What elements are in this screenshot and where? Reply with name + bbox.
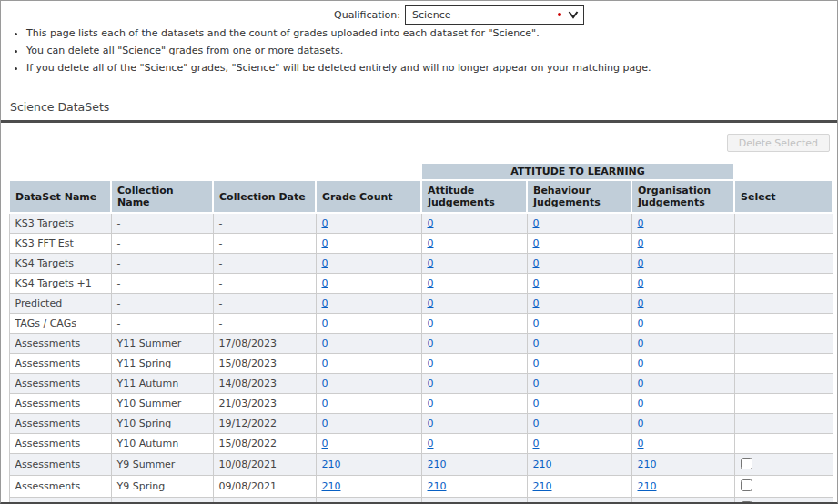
organisation-judgements-link[interactable]: 0 xyxy=(638,257,644,269)
grade-count-cell: 0 xyxy=(316,433,421,453)
grade-count-link[interactable]: 0 xyxy=(322,257,328,269)
grade-count-cell: 210 xyxy=(316,453,421,475)
behaviour-judgements-cell: 210 xyxy=(527,475,631,497)
collection-name-cell: Y10 Spring xyxy=(111,413,213,433)
organisation-judgements-link[interactable]: 0 xyxy=(638,297,644,309)
attitude-judgements-link[interactable]: 0 xyxy=(428,338,434,349)
grade-count-link[interactable]: 0 xyxy=(322,358,328,369)
attitude-judgements-cell: 0 xyxy=(421,233,527,253)
grade-count-link[interactable]: 0 xyxy=(322,438,328,449)
col-header-grade-count: Grade Count xyxy=(316,180,421,213)
organisation-judgements-link[interactable]: 0 xyxy=(638,438,644,449)
select-cell xyxy=(734,393,833,413)
attitude-judgements-cell: 210 xyxy=(421,453,527,475)
grade-count-cell: 0 xyxy=(316,373,421,393)
dataset-name-cell: Assessments xyxy=(9,413,111,433)
attitude-judgements-link[interactable]: 0 xyxy=(428,237,434,249)
attitude-judgements-cell: 0 xyxy=(421,253,527,273)
attitude-judgements-cell: 210 xyxy=(421,497,527,504)
behaviour-judgements-link[interactable]: 0 xyxy=(533,398,540,409)
grade-count-link[interactable]: 0 xyxy=(322,418,328,429)
behaviour-judgements-link[interactable]: 0 xyxy=(533,217,540,229)
behaviour-judgements-link[interactable]: 0 xyxy=(533,338,540,349)
grade-count-link[interactable]: 0 xyxy=(322,297,328,309)
dataset-name-cell: Assessments xyxy=(9,333,111,353)
behaviour-judgements-link[interactable]: 0 xyxy=(533,257,540,269)
behaviour-judgements-cell: 210 xyxy=(527,497,631,504)
behaviour-judgements-link[interactable]: 0 xyxy=(533,418,540,429)
select-cell xyxy=(734,273,833,293)
behaviour-judgements-link[interactable]: 0 xyxy=(533,237,540,249)
collection-date-cell: 15/08/2023 xyxy=(213,353,316,373)
note-item: This page lists each of the datasets and… xyxy=(26,27,837,39)
chevron-down-icon xyxy=(568,11,579,19)
behaviour-judgements-link[interactable]: 0 xyxy=(533,438,540,449)
behaviour-judgements-link[interactable]: 210 xyxy=(533,480,552,492)
attitude-judgements-link[interactable]: 0 xyxy=(428,257,434,269)
table-row: Assessments Y10 Autumn 15/08/2022 0 0 0 … xyxy=(9,433,833,453)
attitude-judgements-link[interactable]: 0 xyxy=(428,378,434,389)
organisation-judgements-link[interactable]: 0 xyxy=(638,418,644,429)
organisation-judgements-link[interactable]: 0 xyxy=(638,217,644,229)
col-header-collection-name: Collection Name xyxy=(111,180,213,213)
col-header-attitude-judgements: Attitude Judgements xyxy=(421,180,527,213)
organisation-judgements-link[interactable]: 0 xyxy=(638,237,644,249)
organisation-judgements-link[interactable]: 0 xyxy=(638,398,644,409)
attitude-to-learning-banner: ATTITUDE TO LEARNING xyxy=(421,163,734,180)
table-row: Assessments Y9 Spring 09/08/2021 210 210… xyxy=(9,475,833,497)
dataset-name-cell: Assessments xyxy=(9,475,111,497)
qualification-select[interactable]: Science xyxy=(405,5,584,25)
dataset-name-cell: Assessments xyxy=(9,373,111,393)
grade-count-link[interactable]: 0 xyxy=(322,398,328,409)
select-checkbox[interactable] xyxy=(741,458,752,469)
attitude-judgements-link[interactable]: 0 xyxy=(428,297,434,309)
grade-count-link[interactable]: 0 xyxy=(322,338,328,349)
organisation-judgements-link[interactable]: 0 xyxy=(638,358,644,369)
behaviour-judgements-link[interactable]: 0 xyxy=(533,297,540,309)
organisation-judgements-cell: 0 xyxy=(631,433,734,453)
organisation-judgements-link[interactable]: 0 xyxy=(638,277,644,289)
organisation-judgements-link[interactable]: 210 xyxy=(638,480,657,492)
select-cell xyxy=(734,373,833,393)
organisation-judgements-cell: 0 xyxy=(631,353,734,373)
attitude-judgements-link[interactable]: 0 xyxy=(428,358,434,369)
grade-count-link[interactable]: 0 xyxy=(322,318,328,329)
grade-count-link[interactable]: 210 xyxy=(322,459,341,470)
select-checkbox[interactable] xyxy=(741,501,752,504)
table-row: Assessments Y11 Summer 17/08/2023 0 0 0 … xyxy=(9,333,833,353)
attitude-judgements-link[interactable]: 0 xyxy=(428,318,434,329)
select-cell xyxy=(734,475,833,497)
attitude-judgements-link[interactable]: 0 xyxy=(428,398,434,409)
behaviour-judgements-link[interactable]: 0 xyxy=(533,378,540,389)
attitude-judgements-link[interactable]: 210 xyxy=(428,459,447,470)
col-header-collection-date: Collection Date xyxy=(213,180,316,213)
behaviour-judgements-link[interactable]: 210 xyxy=(533,459,552,470)
delete-selected-button[interactable]: Delete Selected xyxy=(727,134,830,152)
group-header-row: ATTITUDE TO LEARNING xyxy=(9,163,833,180)
attitude-judgements-link[interactable]: 210 xyxy=(428,480,447,492)
grade-count-link[interactable]: 0 xyxy=(322,237,328,249)
organisation-judgements-link[interactable]: 0 xyxy=(638,318,644,329)
attitude-judgements-link[interactable]: 0 xyxy=(428,438,434,449)
behaviour-judgements-link[interactable]: 0 xyxy=(533,277,540,289)
attitude-judgements-link[interactable]: 0 xyxy=(428,418,434,429)
organisation-judgements-link[interactable]: 210 xyxy=(638,459,657,470)
select-cell xyxy=(734,433,833,453)
behaviour-judgements-link[interactable]: 0 xyxy=(533,358,540,369)
dataset-table-body: KS3 Targets - - 0 0 0 0 KS3 FFT Est - - … xyxy=(9,213,833,504)
behaviour-judgements-link[interactable]: 0 xyxy=(533,318,540,329)
col-header-select: Select xyxy=(734,180,833,213)
attitude-judgements-link[interactable]: 0 xyxy=(428,217,434,229)
grade-count-link[interactable]: 0 xyxy=(322,277,328,289)
grade-count-link[interactable]: 0 xyxy=(322,378,328,389)
attitude-judgements-link[interactable]: 0 xyxy=(428,277,434,289)
table-row: Assessments Y11 Spring 15/08/2023 0 0 0 … xyxy=(9,353,833,373)
grade-count-link[interactable]: 0 xyxy=(322,217,328,229)
organisation-judgements-link[interactable]: 0 xyxy=(638,338,644,349)
grade-count-cell: 0 xyxy=(316,213,421,233)
grade-count-link[interactable]: 210 xyxy=(322,480,341,492)
organisation-judgements-link[interactable]: 0 xyxy=(638,378,644,389)
grade-count-cell: 210 xyxy=(316,475,421,497)
behaviour-judgements-cell: 0 xyxy=(527,253,631,273)
select-checkbox[interactable] xyxy=(741,479,752,491)
